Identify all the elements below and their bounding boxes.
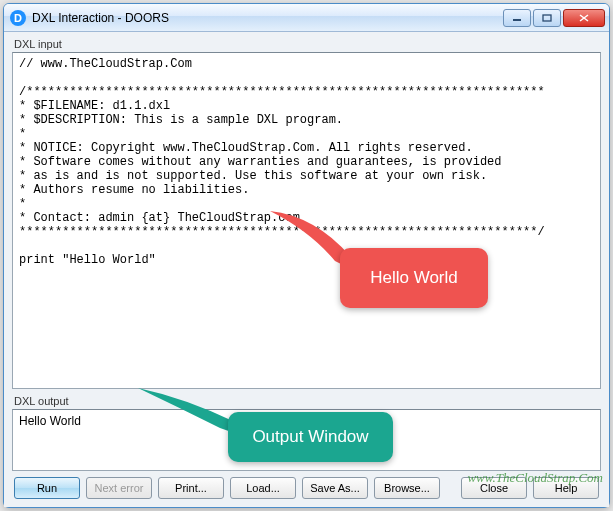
svg-rect-1 [543, 15, 551, 21]
callout-hello-world: Hello World [340, 248, 488, 308]
save-as-button[interactable]: Save As... [302, 477, 368, 499]
output-label: DXL output [14, 395, 601, 407]
svg-rect-0 [513, 19, 521, 21]
callout-output-window: Output Window [228, 412, 393, 462]
input-label: DXL input [14, 38, 601, 50]
minimize-icon [512, 14, 522, 22]
run-button[interactable]: Run [14, 477, 80, 499]
next-error-button: Next error [86, 477, 152, 499]
load-button[interactable]: Load... [230, 477, 296, 499]
browse-button[interactable]: Browse... [374, 477, 440, 499]
window-controls [503, 9, 605, 27]
maximize-button[interactable] [533, 9, 561, 27]
maximize-icon [542, 14, 552, 22]
window-title: DXL Interaction - DOORS [32, 11, 503, 25]
close-button[interactable] [563, 9, 605, 27]
print-button[interactable]: Print... [158, 477, 224, 499]
watermark: www.TheCloudStrap.Com [467, 470, 603, 486]
titlebar[interactable]: D DXL Interaction - DOORS [4, 4, 609, 32]
minimize-button[interactable] [503, 9, 531, 27]
close-icon [579, 14, 589, 22]
app-icon: D [10, 10, 26, 26]
